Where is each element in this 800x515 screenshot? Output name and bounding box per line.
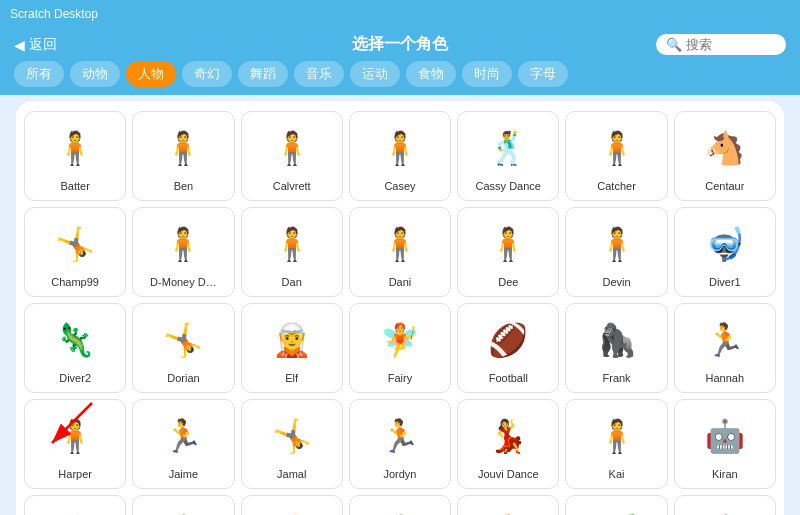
sprite-figure: 🦍	[587, 310, 647, 370]
sprite-card[interactable]: 🧍Casey	[349, 111, 451, 201]
sprite-card[interactable]: 🤸Champ99	[24, 207, 126, 297]
sprite-figure: 🧍	[370, 214, 430, 274]
sprite-name: Football	[489, 372, 528, 384]
sprite-name: Jouvi Dance	[478, 468, 539, 480]
titlebar: Scratch Desktop	[0, 0, 800, 28]
sprite-card[interactable]: 🧍?	[132, 495, 234, 515]
sprite-name: Champ99	[51, 276, 99, 288]
sprite-card[interactable]: 🤸?	[241, 495, 343, 515]
sprite-figure: 🧚	[478, 502, 538, 515]
sprite-name: Casey	[384, 180, 415, 192]
category-button[interactable]: 动物	[70, 61, 120, 87]
search-icon: 🔍	[666, 37, 682, 52]
sprite-card[interactable]: 🧍Dan	[241, 207, 343, 297]
sprite-card[interactable]: 🧍Catcher	[565, 111, 667, 201]
sprite-card[interactable]: 🧍Devin	[565, 207, 667, 297]
sprite-figure: 🤸	[153, 310, 213, 370]
back-button[interactable]: ◀ 返回	[14, 36, 57, 54]
header: ◀ 返回 选择一个角色 🔍	[0, 28, 800, 61]
sprite-card[interactable]: 🤸Dorian	[132, 303, 234, 393]
category-button[interactable]: 奇幻	[182, 61, 232, 87]
sprite-name: Ben	[174, 180, 194, 192]
sprite-name: Dee	[498, 276, 518, 288]
sprite-name: Fairy	[388, 372, 412, 384]
category-button[interactable]: 舞蹈	[238, 61, 288, 87]
sprite-figure: 🧚	[370, 310, 430, 370]
sprite-card[interactable]: 🧍Dani	[349, 207, 451, 297]
sprite-card[interactable]: 🏃Jordyn	[349, 399, 451, 489]
sprite-card[interactable]: 🧍Harper	[24, 399, 126, 489]
sprite-card[interactable]: 🕺Cassy Dance	[457, 111, 559, 201]
sprite-card[interactable]: 🤖Kiran	[674, 399, 776, 489]
back-arrow-icon: ◀	[14, 37, 25, 53]
sprite-card[interactable]: 💃Jouvi Dance	[457, 399, 559, 489]
sprite-card[interactable]: 🧍D-Money D…	[132, 207, 234, 297]
sprite-card[interactable]: 🧚?	[457, 495, 559, 515]
sprite-card[interactable]: 🦎Diver2	[24, 303, 126, 393]
sprite-card[interactable]: 🏃Jaime	[132, 399, 234, 489]
sprite-card[interactable]: 🧍Calvrett	[241, 111, 343, 201]
sprite-figure: 🧍	[45, 118, 105, 178]
sprite-name: Diver2	[59, 372, 91, 384]
sprite-card[interactable]: 🧍Kai	[565, 399, 667, 489]
sprite-name: Kai	[609, 468, 625, 480]
search-input[interactable]	[686, 37, 776, 52]
sprite-name: Batter	[60, 180, 89, 192]
sprite-name: Jamal	[277, 468, 306, 480]
sprite-card[interactable]: 🦍Frank	[565, 303, 667, 393]
sprite-card[interactable]: 🧚Fairy	[349, 303, 451, 393]
sprite-figure: 🧟	[45, 502, 105, 515]
header-title: 选择一个角色	[352, 34, 448, 55]
sprite-figure: 🧍	[370, 118, 430, 178]
sprite-card[interactable]: 🧍?	[349, 495, 451, 515]
sprite-figure: 🧍	[153, 214, 213, 274]
sprite-figure: 🕺	[478, 118, 538, 178]
sprite-figure: 🏃	[153, 406, 213, 466]
sprite-card[interactable]: 🧍Dee	[457, 207, 559, 297]
sprite-figure: 🤸	[262, 502, 322, 515]
sprite-card[interactable]: 🧍?	[674, 495, 776, 515]
sprite-name: Dani	[389, 276, 412, 288]
sprite-name: Kiran	[712, 468, 738, 480]
sprite-figure: 🧍	[587, 118, 647, 178]
category-button[interactable]: 音乐	[294, 61, 344, 87]
sprite-figure: 🧍	[262, 118, 322, 178]
sprite-name: D-Money D…	[150, 276, 217, 288]
sprite-figure: 🧍	[153, 502, 213, 515]
sprite-card[interactable]: 🧍Ben	[132, 111, 234, 201]
sprite-name: Catcher	[597, 180, 636, 192]
category-button[interactable]: 人物	[126, 61, 176, 87]
sprite-card[interactable]: 🤸Jamal	[241, 399, 343, 489]
sprite-figure: 🏃	[370, 406, 430, 466]
category-button[interactable]: 字母	[518, 61, 568, 87]
sprite-card[interactable]: 🧝Elf	[241, 303, 343, 393]
sprite-figure: 🧍	[478, 214, 538, 274]
sprite-card[interactable]: 🤿Diver1	[674, 207, 776, 297]
search-bar: 🔍	[656, 34, 786, 55]
sprite-figure: 🏈	[478, 310, 538, 370]
sprite-figure: 🐴	[695, 118, 755, 178]
sprite-figure: 🧍	[45, 406, 105, 466]
category-button[interactable]: 食物	[406, 61, 456, 87]
sprite-figure: 🧍	[153, 118, 213, 178]
sprite-card[interactable]: 🧟?	[24, 495, 126, 515]
sprite-name: Devin	[603, 276, 631, 288]
sprite-figure: 🧍	[370, 502, 430, 515]
sprite-figure: 🧍	[262, 214, 322, 274]
sprite-figure: 🧍	[587, 406, 647, 466]
sprite-card[interactable]: 🏃Hannah	[674, 303, 776, 393]
category-button[interactable]: 运动	[350, 61, 400, 87]
sprite-card[interactable]: 🌿?	[565, 495, 667, 515]
category-button[interactable]: 所有	[14, 61, 64, 87]
sprite-name: Dan	[282, 276, 302, 288]
titlebar-label: Scratch Desktop	[10, 7, 98, 21]
sprite-figure: 🤿	[695, 214, 755, 274]
sprite-name: Dorian	[167, 372, 199, 384]
sprite-name: Calvrett	[273, 180, 311, 192]
sprite-card[interactable]: 🐴Centaur	[674, 111, 776, 201]
sprite-card[interactable]: 🏈Football	[457, 303, 559, 393]
sprite-card[interactable]: 🧍Batter	[24, 111, 126, 201]
sprite-name: Jordyn	[383, 468, 416, 480]
category-button[interactable]: 时尚	[462, 61, 512, 87]
sprites-grid: 🧍Batter🧍Ben🧍Calvrett🧍Casey🕺Cassy Dance🧍C…	[24, 111, 776, 515]
